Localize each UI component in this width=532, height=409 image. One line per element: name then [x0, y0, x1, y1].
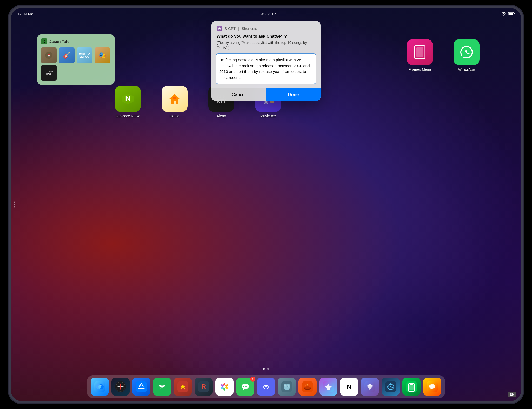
dialog-buttons: Cancel Done	[211, 88, 321, 101]
done-button[interactable]: Done	[266, 88, 321, 101]
dialog-input-area[interactable]: I'm feeling nostalgic. Make me a playlis…	[216, 53, 316, 84]
dialog-input-text[interactable]: I'm feeling nostalgic. Make me a playlis…	[219, 57, 313, 80]
ipad-frame: 12:09 PM Wed Apr 5 ♫ Jason Tate	[9, 6, 523, 403]
en-badge[interactable]: EN	[508, 392, 516, 397]
sgpt-app-icon	[217, 26, 222, 31]
cancel-button[interactable]: Cancel	[211, 88, 266, 101]
dialog-shortcuts-label: Shortcuts	[242, 26, 257, 31]
sgpt-dialog: S-GPT | Shortcuts What do you want to as…	[211, 21, 321, 101]
dialog-separator: |	[238, 26, 239, 31]
dialog-app-name: S-GPT	[224, 26, 236, 31]
dialog-title: What do you want to ask ChatGPT?	[211, 32, 321, 40]
dialog-header: S-GPT | Shortcuts	[211, 21, 321, 32]
dialog-overlay: S-GPT | Shortcuts What do you want to as…	[11, 8, 521, 401]
dialog-tip: (Tip: try asking "Make a playlist with t…	[211, 40, 321, 53]
